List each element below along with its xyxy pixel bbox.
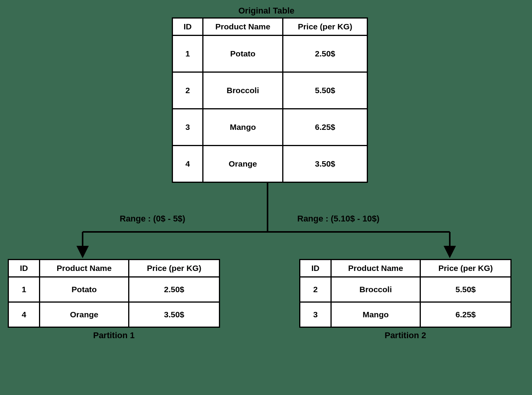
table-row: 1 Potato 2.50$ — [8, 277, 220, 302]
header-price: Price (per KG) — [420, 260, 511, 277]
cell-name: Mango — [331, 302, 420, 327]
cell-name: Potato — [203, 36, 283, 72]
cell-name: Broccoli — [331, 277, 420, 302]
table-row: 1 Potato 2.50$ — [173, 36, 368, 72]
cell-id: 4 — [8, 302, 40, 327]
table-header-row: ID Product Name Price (per KG) — [8, 260, 220, 277]
original-table-title: Original Table — [208, 6, 324, 16]
header-id: ID — [300, 260, 331, 277]
cell-id: 3 — [173, 109, 203, 146]
cell-price: 2.50$ — [129, 277, 220, 302]
table-row: 3 Mango 6.25$ — [173, 109, 368, 146]
cell-id: 2 — [300, 277, 331, 302]
table-row: 4 Orange 3.50$ — [173, 146, 368, 182]
table-row: 2 Broccoli 5.50$ — [300, 277, 511, 302]
header-id: ID — [8, 260, 40, 277]
cell-name: Broccoli — [203, 72, 283, 109]
partition2-title: Partition 2 — [367, 330, 444, 341]
header-name: Product Name — [40, 260, 129, 277]
cell-price: 6.25$ — [283, 109, 368, 146]
table-row: 2 Broccoli 5.50$ — [173, 72, 368, 109]
table-row: 3 Mango 6.25$ — [300, 302, 511, 327]
partition2-table: ID Product Name Price (per KG) 2 Broccol… — [299, 259, 512, 328]
cell-id: 1 — [173, 36, 203, 72]
cell-id: 3 — [300, 302, 331, 327]
range-left-label: Range : (0$ - 5$) — [120, 214, 185, 224]
cell-price: 3.50$ — [283, 146, 368, 182]
cell-id: 1 — [8, 277, 40, 302]
cell-name: Orange — [40, 302, 129, 327]
header-name: Product Name — [203, 18, 283, 36]
cell-name: Orange — [203, 146, 283, 182]
table-header-row: ID Product Name Price (per KG) — [173, 18, 368, 36]
partition1-table: ID Product Name Price (per KG) 1 Potato … — [8, 259, 220, 328]
partition1-title: Partition 1 — [75, 330, 152, 341]
table-row: 4 Orange 3.50$ — [8, 302, 220, 327]
cell-id: 4 — [173, 146, 203, 182]
cell-price: 5.50$ — [420, 277, 511, 302]
table-header-row: ID Product Name Price (per KG) — [300, 260, 511, 277]
header-name: Product Name — [331, 260, 420, 277]
cell-id: 2 — [173, 72, 203, 109]
cell-price: 6.25$ — [420, 302, 511, 327]
cell-price: 5.50$ — [283, 72, 368, 109]
header-id: ID — [173, 18, 203, 36]
original-table: ID Product Name Price (per KG) 1 Potato … — [172, 17, 368, 183]
cell-name: Mango — [203, 109, 283, 146]
cell-price: 3.50$ — [129, 302, 220, 327]
range-right-label: Range : (5.10$ - 10$) — [297, 214, 380, 224]
header-price: Price (per KG) — [283, 18, 368, 36]
cell-price: 2.50$ — [283, 36, 368, 72]
header-price: Price (per KG) — [129, 260, 220, 277]
cell-name: Potato — [40, 277, 129, 302]
